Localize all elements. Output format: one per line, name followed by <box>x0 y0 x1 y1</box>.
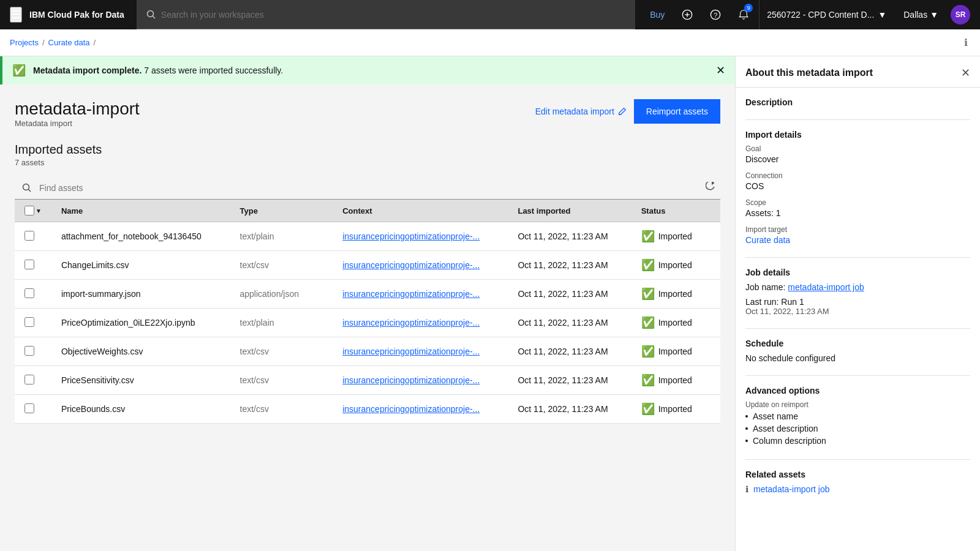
row-date-1: Oct 11, 2022, 11:23 AM <box>508 251 631 280</box>
find-assets-input[interactable] <box>32 178 701 198</box>
edit-label: Edit metadata import <box>535 107 614 116</box>
status-column-header: Status <box>631 200 720 222</box>
row-context-4: insurancepricingoptimizationproje-... <box>333 337 508 366</box>
success-banner: ✅ Metadata import complete. 7 assets wer… <box>0 56 735 84</box>
row-checkbox-cell[interactable] <box>15 366 51 395</box>
schedule-section: Schedule No schedule configured <box>745 339 970 363</box>
assets-table: ▼ Name Type Context Last imported Status <box>15 200 720 424</box>
edit-icon <box>618 107 627 116</box>
reimport-button[interactable]: Reimport assets <box>634 99 720 124</box>
row-checkbox-cell[interactable] <box>15 251 51 280</box>
status-text-1: Imported <box>658 260 692 270</box>
panel-title: About this metadata import <box>745 67 873 78</box>
status-text-5: Imported <box>658 375 692 385</box>
row-type-5: text/csv <box>230 366 333 395</box>
svg-line-8 <box>29 190 31 192</box>
status-icon-1: ✅ <box>641 258 655 272</box>
refresh-icon <box>706 182 715 192</box>
job-name-link[interactable]: metadata-import job <box>788 282 864 292</box>
page-subtitle: Metadata import <box>15 119 140 128</box>
status-text-6: Imported <box>658 404 692 414</box>
refresh-button[interactable] <box>701 177 720 199</box>
menu-button[interactable]: ☰ <box>10 7 22 23</box>
select-all-checkbox[interactable] <box>24 206 34 216</box>
schedule-value: No schedule configured <box>745 353 970 363</box>
row-status-4: ✅ Imported <box>631 337 720 366</box>
row-checkbox-1[interactable] <box>24 260 34 269</box>
row-type-2: application/json <box>230 280 333 309</box>
add-button[interactable] <box>674 0 700 29</box>
select-all-chevron[interactable]: ▼ <box>36 208 42 214</box>
notifications-button[interactable]: 9 <box>731 0 756 29</box>
divider-5 <box>745 459 970 460</box>
row-status-2: ✅ Imported <box>631 280 720 309</box>
type-column-header: Type <box>230 200 333 222</box>
status-text-3: Imported <box>658 318 692 328</box>
banner-text: Metadata import complete. 7 assets were … <box>33 66 709 75</box>
table-row: PriceBounds.csv text/csv insurancepricin… <box>15 395 720 424</box>
row-checkbox-cell[interactable] <box>15 222 51 251</box>
help-icon: ? <box>710 9 721 20</box>
status-icon-4: ✅ <box>641 345 655 358</box>
advanced-options-label: Advanced options <box>745 386 970 395</box>
help-button[interactable]: ? <box>703 0 728 29</box>
description-section: Description <box>745 97 970 107</box>
account-selector[interactable]: 2560722 - CPD Content D... ▼ <box>759 0 894 29</box>
page-header: metadata-import Metadata import Edit met… <box>15 99 720 128</box>
table-row: PriceSensitivity.csv text/csv insurancep… <box>15 366 720 395</box>
row-name-0: attachment_for_notebook_94136450 <box>51 222 230 251</box>
status-icon-0: ✅ <box>641 230 655 243</box>
table-row: import-summary.json application/json ins… <box>15 280 720 309</box>
divider-2 <box>745 257 970 258</box>
table-row: ChangeLimits.csv text/csv insuranceprici… <box>15 251 720 280</box>
related-asset-link[interactable]: metadata-import job <box>753 484 830 494</box>
row-name-1: ChangeLimits.csv <box>51 251 230 280</box>
banner-rest: 7 assets were imported successfully. <box>144 66 283 75</box>
row-context-0: insurancepricingoptimizationproje-... <box>333 222 508 251</box>
region-selector[interactable]: Dallas ▼ <box>896 0 946 29</box>
select-all-header[interactable]: ▼ <box>15 200 51 222</box>
row-name-3: PriceOptimization_0iLE22Xjo.ipynb <box>51 309 230 337</box>
breadcrumb: Projects / Curate data / ℹ <box>0 29 980 56</box>
row-checkbox-cell[interactable] <box>15 395 51 424</box>
row-checkbox-5[interactable] <box>24 375 34 384</box>
row-checkbox-cell[interactable] <box>15 309 51 337</box>
avatar[interactable]: SR <box>951 5 970 24</box>
row-checkbox-2[interactable] <box>24 288 34 298</box>
search-input[interactable] <box>161 10 625 20</box>
related-asset-icon: ℹ <box>745 484 748 494</box>
edit-metadata-button[interactable]: Edit metadata import <box>535 107 627 116</box>
page-title: metadata-import <box>15 99 140 119</box>
region-chevron-icon: ▼ <box>930 10 938 20</box>
last-imported-column-header: Last imported <box>508 200 631 222</box>
buy-button[interactable]: Buy <box>643 0 672 29</box>
breadcrumb-curate-data[interactable]: Curate data <box>48 38 90 47</box>
add-icon <box>682 9 693 20</box>
global-search[interactable] <box>137 0 635 29</box>
breadcrumb-projects[interactable]: Projects <box>10 38 39 47</box>
row-date-0: Oct 11, 2022, 11:23 AM <box>508 222 631 251</box>
svg-text:?: ? <box>714 12 718 19</box>
row-context-6: insurancepricingoptimizationproje-... <box>333 395 508 424</box>
row-date-5: Oct 11, 2022, 11:23 AM <box>508 366 631 395</box>
panel-close-button[interactable]: ✕ <box>961 66 970 80</box>
svg-point-7 <box>23 184 29 190</box>
row-checkbox-6[interactable] <box>24 403 34 413</box>
import-target-link[interactable]: Curate data <box>745 235 790 245</box>
status-text-0: Imported <box>658 231 692 241</box>
row-checkbox-cell[interactable] <box>15 280 51 309</box>
table-search-icon <box>22 183 32 193</box>
row-checkbox-4[interactable] <box>24 346 34 356</box>
info-button[interactable]: ℹ <box>962 34 970 51</box>
row-name-5: PriceSensitivity.csv <box>51 366 230 395</box>
status-icon-2: ✅ <box>641 287 655 301</box>
scope-value: Assets: 1 <box>745 208 970 218</box>
row-checkbox-3[interactable] <box>24 317 34 327</box>
banner-close-button[interactable]: ✕ <box>716 64 725 77</box>
row-status-1: ✅ Imported <box>631 251 720 280</box>
row-checkbox-0[interactable] <box>24 231 34 241</box>
divider-1 <box>745 119 970 120</box>
row-checkbox-cell[interactable] <box>15 337 51 366</box>
goal-label: Goal <box>745 144 970 153</box>
row-context-5: insurancepricingoptimizationproje-... <box>333 366 508 395</box>
